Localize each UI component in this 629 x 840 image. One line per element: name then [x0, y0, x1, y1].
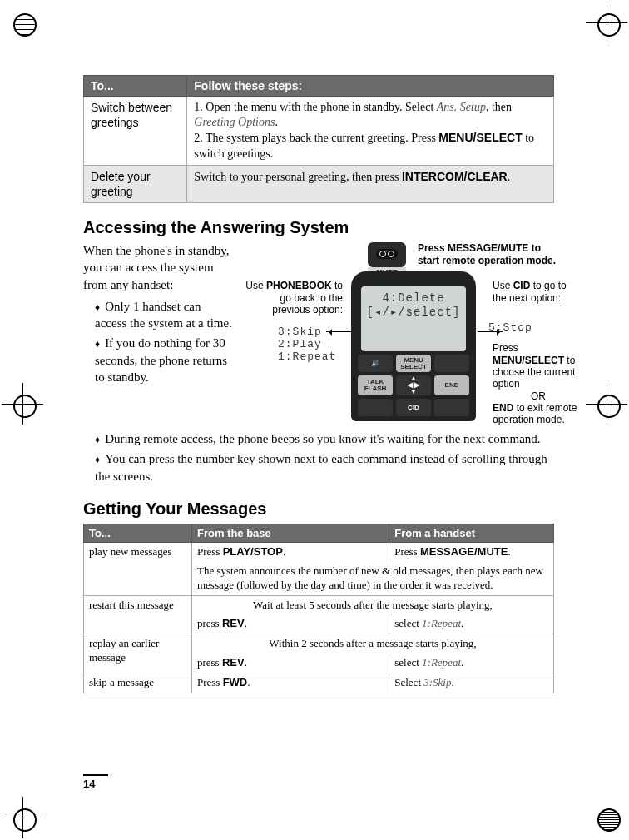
- access-row: When the phone's in standby, you can acc…: [83, 242, 554, 425]
- row-label: play new messages: [84, 542, 192, 595]
- row-label: restart this message: [84, 595, 192, 634]
- cell-lead: Wait at least 5 seconds after the messag…: [191, 595, 553, 614]
- crop-mark-icon: [586, 2, 627, 43]
- intro-text: When the phone's in standby, you can acc…: [83, 242, 233, 293]
- keycap: FWD: [223, 676, 248, 688]
- cell-lead: Within 2 seconds after a message starts …: [191, 634, 553, 654]
- handset-keypad: 🔊 MENU SELECT TALK FLASH ▲◀ ▶▼ END CID: [358, 355, 469, 416]
- arrow-right-icon: [478, 331, 503, 332]
- text: Use: [493, 280, 513, 291]
- crop-mark-icon: [586, 797, 627, 838]
- text: .: [245, 656, 247, 669]
- table-header: Follow these steps:: [187, 76, 554, 97]
- keycap: REV: [222, 656, 245, 669]
- text: .: [247, 676, 250, 688]
- cell: select 1:Repeat.: [389, 614, 554, 634]
- end-key: END: [434, 375, 469, 395]
- section-heading: Accessing the Answering System: [83, 218, 554, 237]
- text: Press: [493, 342, 518, 354]
- text: Select: [394, 676, 423, 688]
- text: Use: [245, 280, 266, 291]
- text: .: [283, 545, 285, 558]
- table-header: From the base: [191, 524, 389, 542]
- crop-mark-icon: [586, 383, 627, 425]
- text: OR: [493, 390, 584, 402]
- cid-key: CID: [396, 399, 431, 416]
- greetings-table: To... Follow these steps: Switch between…: [83, 75, 554, 203]
- menu-path: Ans. Setup: [437, 101, 486, 113]
- lcd-line: 1:Repeat: [278, 350, 336, 363]
- bullet-list: During remote access, the phone beeps so…: [83, 430, 554, 485]
- keycap: INTERCOM/CLEAR: [402, 170, 508, 183]
- keycap: CID: [513, 280, 531, 291]
- cell: Press MESSAGE/MUTE.: [389, 542, 554, 561]
- lcd-line: 4:Delete: [364, 291, 463, 305]
- text: Press: [197, 545, 223, 558]
- keycap: END: [493, 402, 513, 414]
- crop-mark-icon: [2, 797, 43, 838]
- row-label: skip a message: [84, 673, 192, 693]
- cell-shared: The system announces the number of new &…: [191, 562, 553, 595]
- messages-table: To... From the base From a handset play …: [83, 524, 554, 693]
- text: select: [394, 617, 422, 629]
- keycap: MESSAGE/MUTE: [420, 545, 508, 558]
- cell: press REV.: [191, 614, 389, 634]
- handset-screen: 4:Delete [◂/▸/select]: [361, 286, 466, 351]
- text: .: [508, 545, 510, 558]
- arrow-left-icon: [326, 331, 351, 332]
- keycap: PHONEBOOK: [266, 280, 332, 291]
- text: 1. Open the menu with the phone in stand…: [194, 101, 436, 113]
- handset-diagram: MUTE Press MESSAGE/MUTE to start remote …: [243, 242, 554, 425]
- crop-mark-icon: [2, 383, 43, 425]
- crop-mark-icon: [2, 2, 43, 43]
- keycap: MENU/SELECT: [438, 131, 522, 144]
- text: .: [508, 171, 511, 183]
- cell: select 1:Repeat.: [389, 654, 554, 673]
- text: Press: [197, 676, 223, 688]
- table-header: To...: [84, 524, 192, 542]
- text: , then: [486, 101, 512, 113]
- text: .: [275, 116, 278, 128]
- menu-path: Greeting Options: [194, 116, 275, 128]
- callout-left: Use PHONEBOOK to go back to the previous…: [243, 280, 343, 316]
- list-item: Only 1 handset can access the system at …: [95, 298, 233, 332]
- tape-icon: [368, 242, 406, 267]
- text: 2. The system plays back the current gre…: [194, 132, 438, 144]
- bullet-list: Only 1 handset can access the system at …: [83, 298, 233, 385]
- text: Switch to your personal greeting, then p…: [194, 171, 402, 183]
- keycap: MESSAGE/MUTE: [448, 242, 528, 254]
- keycap: MENU/SELECT: [493, 355, 564, 366]
- table-header: From a handset: [389, 524, 554, 542]
- text: .: [451, 676, 453, 688]
- blank-key: [358, 399, 393, 416]
- speaker-key: 🔊: [358, 355, 393, 372]
- lcd-line: 2:Play: [278, 338, 336, 350]
- text: Press: [394, 545, 420, 558]
- cell: Press FWD.: [191, 673, 389, 693]
- talk-flash-key: TALK FLASH: [358, 375, 393, 395]
- callout-top: Press MESSAGE/MUTE to start remote opera…: [418, 242, 559, 266]
- blank-key: [434, 399, 469, 416]
- row-label: Delete your greeting: [84, 165, 187, 202]
- keycap: REV: [222, 617, 245, 629]
- dpad-key: ▲◀ ▶▼: [396, 375, 431, 395]
- menu-path: 3:Skip: [423, 676, 451, 688]
- row-label: Switch between greetings: [84, 97, 187, 166]
- text: press: [197, 656, 222, 669]
- menu-path: 1:Repeat: [422, 656, 461, 669]
- table-header: To...: [84, 76, 187, 97]
- text: .: [461, 656, 463, 669]
- text: select: [394, 656, 422, 669]
- callout-right-top: Use CID to go to the next option:: [493, 280, 576, 304]
- lcd-line: [◂/▸/select]: [364, 305, 463, 319]
- callout-right-bottom: Press MENU/SELECT to choose the current …: [493, 342, 584, 426]
- section-heading: Getting Your Messages: [83, 500, 554, 519]
- row-steps: 1. Open the menu with the phone in stand…: [187, 97, 554, 166]
- list-item: If you do nothing for 30 seconds, the ph…: [95, 335, 233, 385]
- cell: Press PLAY/STOP.: [191, 542, 389, 561]
- menu-select-key: MENU SELECT: [396, 355, 431, 372]
- page-number: 14: [83, 774, 108, 790]
- handset-graphic: 4:Delete [◂/▸/select] 🔊 MENU SELECT TALK…: [351, 271, 476, 421]
- access-left-col: When the phone's in standby, you can acc…: [83, 242, 233, 425]
- list-item: You can press the number key shown next …: [95, 450, 554, 485]
